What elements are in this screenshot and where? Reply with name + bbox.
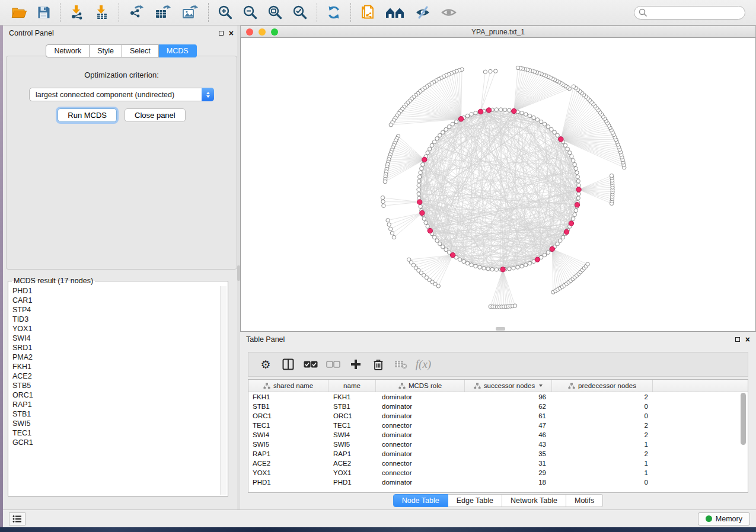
memory-button[interactable]: Memory bbox=[698, 512, 750, 525]
table-row[interactable]: TEC1TEC1connector472 bbox=[248, 421, 748, 430]
column-header-predecessor-nodes[interactable]: predecessor nodes bbox=[552, 380, 653, 392]
import-network-button[interactable] bbox=[65, 2, 90, 23]
column-header-shared-name[interactable]: shared name bbox=[248, 380, 328, 392]
table-row[interactable]: SWI5SWI5connector431 bbox=[248, 440, 748, 449]
show-hidden-button[interactable] bbox=[436, 2, 462, 23]
export-network-button[interactable] bbox=[123, 2, 149, 23]
mcds-result-item[interactable]: STB1 bbox=[9, 409, 219, 419]
mcds-result-item[interactable]: STB5 bbox=[9, 381, 219, 390]
tab-select[interactable]: Select bbox=[122, 44, 159, 57]
export-image-button[interactable] bbox=[177, 2, 204, 23]
mcds-result-item[interactable]: YOX1 bbox=[9, 324, 219, 334]
mcds-result-list[interactable]: PHD1CAR1STP4TID3YOX1SWI4SRD1PMA2FKH1ACE2… bbox=[9, 286, 219, 495]
tab-edge-table[interactable]: Edge Table bbox=[448, 494, 502, 507]
mcds-result-item[interactable]: TEC1 bbox=[9, 428, 219, 438]
mcds-result-item[interactable]: PHD1 bbox=[9, 286, 219, 296]
zoom-fit-button[interactable] bbox=[263, 2, 288, 23]
desktop-wallpaper-bottom bbox=[0, 527, 756, 532]
deselect-all-icon[interactable] bbox=[322, 354, 344, 375]
cell-shared-name: ORC1 bbox=[248, 412, 328, 419]
cell-predecessor-nodes: 2 bbox=[552, 393, 653, 400]
cell-shared-name: PHD1 bbox=[248, 479, 328, 486]
table-body: FKH1FKH1dominator962STB1STB1dominator620… bbox=[248, 392, 748, 487]
mcds-result-item[interactable]: ACE2 bbox=[9, 371, 219, 381]
open-file-button[interactable] bbox=[6, 2, 32, 23]
table-row[interactable]: PHD1PHD1dominator180 bbox=[248, 477, 748, 487]
cell-name: SWI4 bbox=[328, 431, 376, 438]
table-row[interactable]: YOX1YOX1connector291 bbox=[248, 468, 748, 477]
delete-column-trash-icon[interactable] bbox=[367, 354, 390, 375]
function-builder-icon[interactable]: f(x) bbox=[412, 354, 435, 375]
mcds-result-item[interactable]: FKH1 bbox=[9, 362, 219, 371]
cell-name: YOX1 bbox=[328, 469, 376, 476]
tab-style[interactable]: Style bbox=[90, 44, 122, 57]
mcds-list-scrollbar[interactable] bbox=[220, 286, 227, 495]
cell-predecessor-nodes: 1 bbox=[552, 469, 653, 476]
task-history-button[interactable] bbox=[9, 512, 25, 525]
tab-mcds[interactable]: MCDS bbox=[159, 44, 197, 57]
table-row[interactable]: RAP1RAP1dominator352 bbox=[248, 449, 748, 459]
import-table-button[interactable] bbox=[90, 2, 114, 23]
column-header-mcds-role[interactable]: MCDS role bbox=[376, 380, 465, 392]
mcds-result-item[interactable]: CAR1 bbox=[9, 296, 219, 305]
table-row[interactable]: ACE2ACE2connector311 bbox=[248, 459, 748, 468]
cell-mcds-role: connector bbox=[376, 469, 465, 476]
network-window-titlebar[interactable]: YPA_prune.txt_1 bbox=[240, 25, 756, 38]
table-scrollbar-thumb[interactable] bbox=[741, 393, 746, 445]
cell-name: ACE2 bbox=[328, 460, 376, 467]
mcds-result-item[interactable]: SWI4 bbox=[9, 334, 219, 343]
cell-mcds-role: connector bbox=[376, 441, 465, 448]
hide-selected-button[interactable] bbox=[410, 2, 436, 23]
mcds-result-item[interactable]: RAP1 bbox=[9, 400, 219, 409]
export-table-button[interactable] bbox=[149, 2, 177, 23]
mcds-result-item[interactable]: SWI5 bbox=[9, 419, 219, 428]
search-input[interactable] bbox=[634, 6, 745, 20]
apply-layout-button[interactable] bbox=[321, 2, 346, 23]
criterion-select[interactable]: largest connected component (undirected) bbox=[29, 88, 214, 101]
table-row[interactable]: FKH1FKH1dominator962 bbox=[248, 392, 748, 402]
mcds-result-item[interactable]: GCR1 bbox=[9, 438, 219, 447]
tab-network[interactable]: Network bbox=[46, 44, 90, 57]
close-panel-icon[interactable]: × bbox=[229, 29, 234, 37]
close-panel-button[interactable]: Close panel bbox=[125, 108, 186, 122]
delete-table-icon[interactable] bbox=[390, 354, 412, 375]
open-folder-icon bbox=[11, 5, 27, 20]
network-overview-button[interactable] bbox=[380, 2, 410, 23]
table-row[interactable]: ORC1ORC1dominator610 bbox=[248, 411, 748, 421]
column-header-successor-nodes[interactable]: successor nodes bbox=[465, 380, 552, 392]
tab-node-table[interactable]: Node Table bbox=[393, 494, 448, 507]
zoom-out-button[interactable] bbox=[238, 2, 263, 23]
cell-mcds-role: dominator bbox=[376, 479, 465, 486]
cell-successor-nodes: 61 bbox=[465, 412, 552, 419]
tab-motifs[interactable]: Motifs bbox=[566, 494, 603, 507]
network-canvas[interactable] bbox=[240, 38, 756, 332]
float-panel-icon[interactable] bbox=[219, 31, 224, 36]
close-table-panel-icon[interactable]: × bbox=[745, 335, 750, 344]
mcds-result-item[interactable]: STP4 bbox=[9, 305, 219, 315]
memory-label: Memory bbox=[716, 515, 742, 523]
zoom-in-button[interactable] bbox=[213, 2, 238, 23]
horizontal-splitter-handle[interactable] bbox=[496, 327, 505, 331]
optimization-criterion-label: Optimization criterion: bbox=[7, 70, 237, 79]
mcds-result-item[interactable]: ORC1 bbox=[9, 390, 219, 400]
select-stepper-icon bbox=[202, 88, 214, 101]
tab-network-table[interactable]: Network Table bbox=[502, 494, 566, 507]
float-table-panel-icon[interactable] bbox=[735, 337, 740, 342]
clone-network-button[interactable] bbox=[355, 2, 380, 23]
table-row[interactable]: SWI4SWI4dominator462 bbox=[248, 430, 748, 440]
save-session-button[interactable] bbox=[32, 2, 56, 23]
mcds-result-item[interactable]: PMA2 bbox=[9, 352, 219, 362]
split-panel-icon[interactable] bbox=[277, 354, 299, 375]
select-all-icon[interactable] bbox=[299, 354, 322, 375]
zoom-selected-button[interactable] bbox=[288, 2, 312, 23]
control-panel-title: Control Panel bbox=[9, 29, 54, 37]
table-settings-gear-icon[interactable]: ⚙ bbox=[254, 354, 277, 375]
mcds-result-item[interactable]: TID3 bbox=[9, 315, 219, 324]
run-mcds-button[interactable]: Run MCDS bbox=[58, 108, 117, 122]
cell-name: SWI5 bbox=[328, 441, 376, 448]
column-header-name[interactable]: name bbox=[328, 380, 376, 392]
mcds-result-item[interactable]: SRD1 bbox=[9, 343, 219, 352]
add-column-icon[interactable] bbox=[344, 354, 367, 375]
table-row[interactable]: STB1STB1dominator620 bbox=[248, 402, 748, 411]
toolbar-separator bbox=[317, 3, 317, 22]
